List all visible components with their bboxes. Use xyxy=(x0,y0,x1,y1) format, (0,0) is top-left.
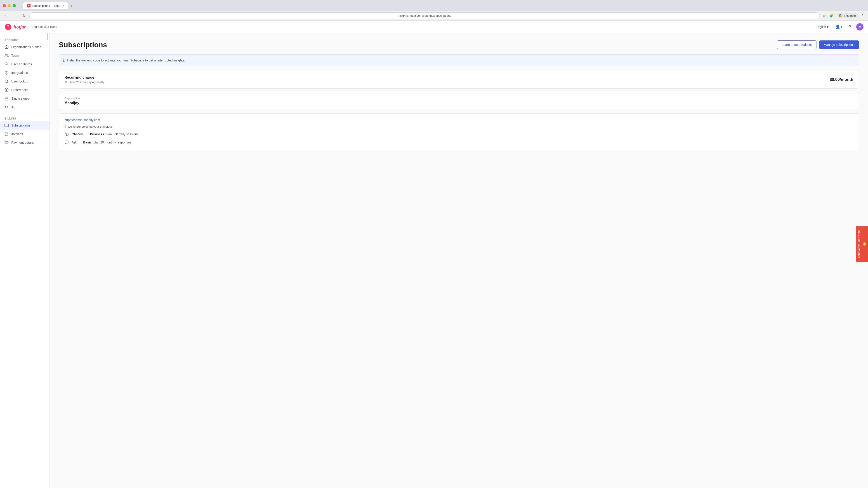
sidebar-item-organizations[interactable]: Organizations & sites xyxy=(0,43,50,51)
upgrade-link[interactable]: Upgrade your plans xyxy=(31,25,57,29)
ask-plan-row: Ask Basic plan 20 monthly responses xyxy=(64,138,853,147)
sidebar-item-invoices[interactable]: Invoices xyxy=(0,130,50,138)
billing-section: Billing Subscriptions Invoices Payment d… xyxy=(0,113,50,147)
save-text: Save 20% by paying yearly xyxy=(69,80,104,84)
extensions-btn[interactable]: 🧩 xyxy=(829,13,835,19)
observe-icon xyxy=(64,132,69,136)
hotjar-logo[interactable]: hotjar xyxy=(4,23,26,31)
language-selector[interactable]: English ▾ xyxy=(814,24,831,30)
ask-label: Ask xyxy=(72,140,77,144)
trial-card: https://admin.shopify.com ℹ We've pre-se… xyxy=(59,113,859,151)
user-avatar[interactable]: M xyxy=(856,23,864,31)
page-header-actions: Learn about products Manage subscription… xyxy=(777,40,859,49)
page-header: Subscriptions Learn about products Manag… xyxy=(59,40,859,49)
chevron-down-icon: ▾ xyxy=(827,25,829,29)
info-banner: ℹ Install the tracking code to activate … xyxy=(59,55,859,66)
svg-point-2 xyxy=(5,54,7,55)
observe-plan-type: Business xyxy=(90,132,104,136)
tab-close-btn[interactable]: ✕ xyxy=(62,4,64,7)
sso-icon xyxy=(4,96,8,101)
ask-icon xyxy=(64,140,69,144)
shopify-admin-link[interactable]: https://admin.shopify.com xyxy=(64,118,853,122)
user-lookup-icon xyxy=(4,79,8,84)
invoices-icon xyxy=(4,132,8,136)
scroll-indicator xyxy=(47,33,48,40)
sidebar-item-user-attributes[interactable]: User attributes xyxy=(0,60,50,68)
incognito-icon: 🕵️ xyxy=(839,14,842,18)
sidebar-label-organizations: Organizations & sites xyxy=(11,45,41,49)
back-btn[interactable]: ← xyxy=(3,13,10,19)
svg-point-5 xyxy=(5,80,8,83)
main-content: Subscriptions Learn about products Manag… xyxy=(50,33,868,488)
sidebar-label-team: Team xyxy=(11,54,19,57)
svg-point-3 xyxy=(6,63,7,64)
incognito-label: Incognito xyxy=(844,14,856,18)
recurring-charge-sub: 🏷 Save 20% by paying yearly xyxy=(64,80,104,84)
sidebar-item-integrations[interactable]: Integrations xyxy=(0,68,50,77)
payment-details-icon xyxy=(4,140,8,144)
svg-rect-8 xyxy=(5,98,8,100)
sidebar: Account Organizations & sites Team User … xyxy=(0,33,50,488)
ask-plan-desc: plan 20 monthly responses xyxy=(94,140,131,144)
recurring-charge-amount: $0.00/month xyxy=(830,77,853,82)
help-btn[interactable]: ? xyxy=(848,23,852,31)
learn-about-products-button[interactable]: Learn about products xyxy=(777,40,816,49)
browser-close-btn[interactable] xyxy=(3,4,6,7)
sidebar-item-user-lookup[interactable]: User lookup xyxy=(0,77,50,86)
pre-selected-text: We've pre-selected your trial plans. xyxy=(68,125,113,128)
trial-card-content: https://admin.shopify.com ℹ We've pre-se… xyxy=(59,113,859,151)
reload-btn[interactable]: ↻ xyxy=(21,13,27,19)
smiley-icon: 😊 xyxy=(863,242,866,246)
info-banner-text: Install the tracking code to activate yo… xyxy=(67,59,185,62)
recurring-charge-row: Recurring charge 🏷 Save 20% by paying ye… xyxy=(59,71,859,88)
sidebar-item-preferences[interactable]: Preferences xyxy=(0,86,50,94)
menu-btn[interactable]: ⋮ xyxy=(860,13,865,19)
recurring-charge-card: Recurring charge 🏷 Save 20% by paying ye… xyxy=(59,71,859,89)
svg-line-6 xyxy=(7,82,8,83)
org-label: Organization xyxy=(64,97,853,100)
observe-plan-row: Observe Business plan 500 daily sessions xyxy=(64,130,853,138)
address-bar[interactable]: insights.hotjar.com/settings/subscriptio… xyxy=(29,12,820,19)
logo-text: hotjar xyxy=(13,24,26,30)
sidebar-item-sso[interactable]: Single sign-on xyxy=(0,94,50,103)
info-icon: ℹ xyxy=(63,58,65,63)
integrations-icon xyxy=(4,71,8,75)
subscriptions-icon xyxy=(4,123,8,127)
browser-max-btn[interactable] xyxy=(13,4,16,7)
org-card-content: Organization Moodjoy xyxy=(59,92,859,109)
rate-experience-tab[interactable]: 😊 Rate your experience xyxy=(856,226,868,262)
sidebar-label-payment-details: Payment details xyxy=(11,141,34,144)
sidebar-label-integrations: Integrations xyxy=(11,71,28,74)
sidebar-label-subscriptions: Subscriptions xyxy=(11,124,30,127)
browser-tab[interactable]: H Subscriptions - Hotjar ✕ xyxy=(23,2,68,9)
forward-btn[interactable]: → xyxy=(12,13,19,19)
manage-subscriptions-button[interactable]: Manage subscriptions xyxy=(819,40,859,49)
org-name: Moodjoy xyxy=(64,101,853,105)
sidebar-label-api: API xyxy=(11,105,17,109)
sidebar-item-payment-details[interactable]: Payment details xyxy=(0,138,50,147)
tab-favicon: H xyxy=(27,4,31,7)
sidebar-item-team[interactable]: Team xyxy=(0,51,50,60)
organization-card: Organization Moodjoy xyxy=(59,92,859,110)
new-tab-btn[interactable]: + xyxy=(68,2,74,9)
language-label: English xyxy=(816,25,826,29)
sidebar-item-api[interactable]: API xyxy=(0,103,50,111)
sidebar-label-sso: Single sign-on xyxy=(11,97,31,100)
billing-section-label: Billing xyxy=(0,115,50,121)
ask-plan-type: Basic xyxy=(83,140,92,144)
api-icon xyxy=(4,105,8,109)
sidebar-label-user-lookup: User lookup xyxy=(11,79,28,83)
svg-point-15 xyxy=(66,134,67,135)
hotjar-logo-icon xyxy=(4,23,12,31)
svg-point-4 xyxy=(6,72,7,73)
bookmark-btn[interactable]: ☆ xyxy=(822,13,827,19)
sidebar-item-subscriptions[interactable]: Subscriptions xyxy=(0,121,50,130)
observe-plan-desc: plan 500 daily sessions xyxy=(106,132,138,136)
sidebar-label-preferences: Preferences xyxy=(11,88,28,92)
new-user-btn[interactable]: 👤+ xyxy=(834,23,844,31)
observe-label: Observe xyxy=(72,132,84,136)
organizations-icon xyxy=(4,45,8,49)
browser-min-btn[interactable] xyxy=(8,4,11,7)
svg-rect-9 xyxy=(5,124,8,127)
app-layout: Account Organizations & sites Team User … xyxy=(0,33,868,488)
